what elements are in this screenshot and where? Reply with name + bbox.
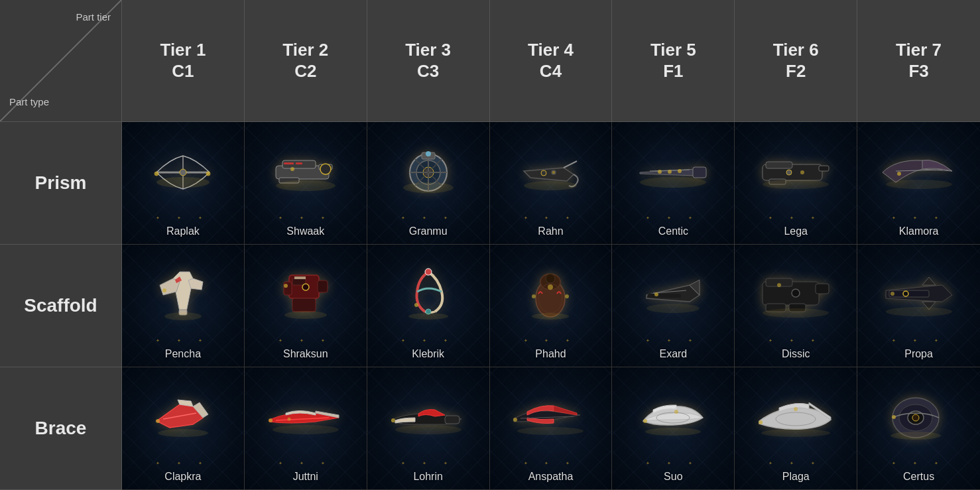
tier-4-name: Tier 4 — [528, 40, 574, 60]
svg-point-56 — [425, 269, 432, 275]
svg-point-44 — [886, 180, 952, 189]
svg-point-96 — [517, 427, 583, 435]
row-label-scaffold: Scaffold — [0, 245, 122, 367]
svg-point-5 — [156, 177, 210, 188]
svg-point-3 — [154, 172, 158, 176]
certus-name: Certus — [903, 468, 934, 483]
item-granmu[interactable]: Granmu — [367, 122, 490, 245]
shraksun-icon — [245, 245, 367, 345]
dissic-name: Dissic — [782, 345, 810, 360]
pencha-icon — [122, 245, 244, 345]
anspatha-name: Anspatha — [528, 468, 574, 483]
dissic-icon — [735, 245, 857, 345]
item-shwaak[interactable]: Shwaak — [245, 122, 367, 245]
item-juttni[interactable]: Juttni — [245, 367, 367, 490]
item-anspatha[interactable]: Anspatha — [490, 367, 613, 490]
item-clapkra[interactable]: Clapkra — [122, 367, 245, 490]
svg-point-31 — [658, 170, 662, 174]
lohrin-icon — [367, 367, 489, 468]
svg-point-47 — [162, 288, 166, 292]
tier-header-1: Tier 1 C1 — [122, 0, 245, 122]
item-klamora[interactable]: Klamora — [857, 122, 980, 245]
svg-rect-50 — [292, 298, 316, 312]
tier-1-code: C1 — [172, 61, 194, 82]
svg-point-54 — [284, 284, 288, 288]
svg-rect-80 — [889, 290, 929, 297]
item-lohrin[interactable]: Lohrin — [367, 367, 490, 490]
tier-header-7: Tier 7 F3 — [857, 0, 980, 122]
svg-point-82 — [890, 292, 894, 296]
tier-3-name: Tier 3 — [405, 40, 451, 60]
svg-point-24 — [403, 182, 454, 193]
item-centic[interactable]: Centic — [612, 122, 735, 245]
svg-point-59 — [408, 313, 448, 320]
item-certus[interactable]: Certus — [857, 367, 980, 490]
svg-point-33 — [678, 169, 682, 173]
granmu-name: Granmu — [409, 223, 448, 237]
svg-rect-52 — [318, 280, 328, 292]
tier-header-3: Tier 3 C3 — [367, 0, 490, 122]
lohrin-name: Lohrin — [413, 468, 442, 483]
svg-rect-37 — [819, 166, 829, 171]
svg-point-99 — [674, 410, 678, 414]
svg-point-100 — [645, 428, 701, 436]
svg-rect-68 — [648, 294, 681, 298]
tier-header-4: Tier 4 C4 — [490, 0, 613, 122]
raplak-icon — [122, 122, 244, 223]
lega-name: Lega — [784, 223, 808, 237]
item-pencha[interactable]: Pencha — [122, 245, 245, 367]
svg-point-66 — [565, 294, 569, 298]
tier-5-code: F1 — [663, 61, 683, 82]
tier-1-name: Tier 1 — [160, 40, 206, 60]
svg-point-13 — [290, 167, 294, 171]
svg-point-92 — [391, 418, 395, 422]
shwaak-icon — [245, 122, 367, 223]
tier-6-code: F2 — [786, 61, 806, 82]
item-propa[interactable]: Propa — [857, 245, 980, 367]
certus-icon — [857, 367, 980, 468]
svg-rect-51 — [284, 282, 292, 295]
svg-point-71 — [646, 304, 700, 313]
svg-point-102 — [759, 420, 763, 424]
propa-name: Propa — [904, 345, 933, 360]
juttni-name: Juttni — [293, 468, 318, 483]
svg-point-64 — [548, 284, 553, 290]
svg-point-28 — [524, 181, 577, 190]
svg-point-40 — [800, 170, 804, 174]
item-lega[interactable]: Lega — [735, 122, 857, 245]
item-shraksun[interactable]: Shraksun — [245, 245, 367, 367]
klebrik-icon — [367, 245, 489, 345]
anspatha-icon — [490, 367, 612, 468]
svg-rect-91 — [445, 416, 459, 424]
svg-point-110 — [890, 432, 941, 440]
svg-point-89 — [287, 417, 290, 420]
item-exard[interactable]: Exard — [612, 245, 735, 367]
centic-name: Centic — [658, 223, 688, 237]
lega-icon — [735, 122, 857, 223]
juttni-icon — [245, 367, 367, 468]
svg-point-67 — [532, 313, 569, 320]
svg-point-70 — [654, 292, 658, 296]
svg-point-98 — [643, 419, 647, 423]
brace-label: Brace — [35, 418, 87, 439]
item-klebrik[interactable]: Klebrik — [367, 245, 490, 367]
item-rahn[interactable]: Rahn — [490, 122, 613, 245]
svg-point-93 — [395, 425, 461, 434]
phahd-icon — [490, 245, 612, 345]
item-plaga[interactable]: Plaga — [735, 367, 857, 490]
item-phahd[interactable]: Phahd — [490, 245, 613, 367]
row-label-brace: Brace — [0, 367, 122, 490]
tier-header-2: Tier 2 C2 — [245, 0, 367, 122]
tier-header-6: Tier 6 F2 — [735, 0, 857, 122]
pencha-name: Pencha — [165, 345, 201, 360]
clapkra-icon — [122, 367, 244, 468]
item-raplak[interactable]: Raplak — [122, 122, 245, 245]
svg-rect-11 — [284, 162, 294, 164]
item-dissic[interactable]: Dissic — [735, 245, 857, 367]
tier-7-name: Tier 7 — [896, 40, 942, 60]
item-suo[interactable]: Suo — [612, 367, 735, 490]
tier-header-5: Tier 5 F1 — [612, 0, 735, 122]
svg-point-85 — [156, 419, 160, 423]
scaffold-label: Scaffold — [24, 295, 97, 316]
svg-point-108 — [912, 414, 919, 421]
